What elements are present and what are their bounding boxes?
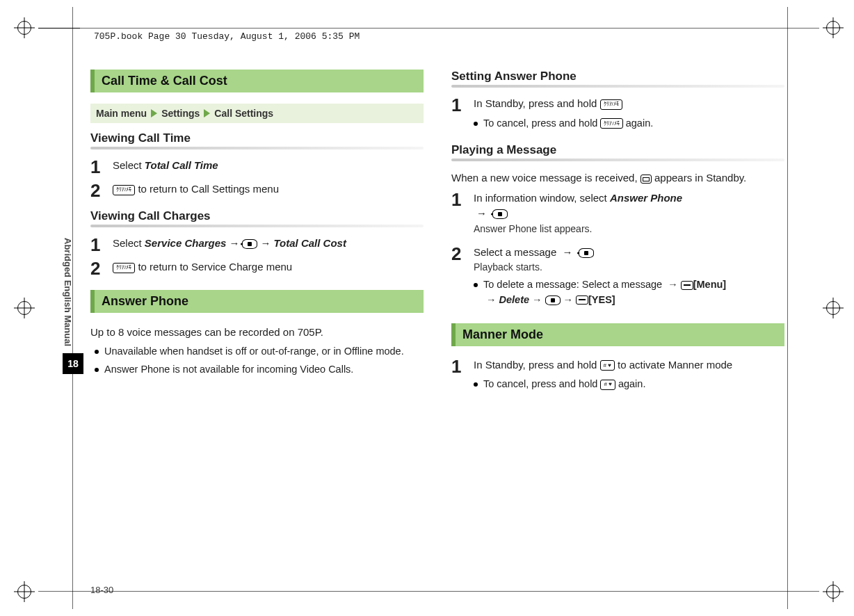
step-number: 1 <box>451 96 467 114</box>
bullet-text: again. <box>623 117 654 129</box>
subhead-viewing-call-charges: Viewing Call Charges <box>90 209 424 223</box>
rule <box>90 225 424 227</box>
step-number: 2 <box>451 245 467 263</box>
rule <box>451 159 784 161</box>
arrow-icon: → <box>474 207 490 219</box>
step-number: 1 <box>90 158 106 176</box>
bc-main: Main menu <box>96 108 147 119</box>
bullet-dot-icon <box>95 350 99 354</box>
bullet: Unavailable when handset is off or out-o… <box>90 344 424 359</box>
step: 1 In Standby, press and hold # ♥ to acti… <box>451 357 784 395</box>
side-tab: Abridged English Manual 18 <box>63 238 82 374</box>
voicemail-icon <box>640 175 652 184</box>
center-key-icon <box>492 209 508 219</box>
clear-memo-key-icon: ｸﾘｱ/ﾒﾓ <box>600 99 622 110</box>
para-text: appears in Standby. <box>652 172 746 184</box>
bullet-text: Unavailable when handset is off or out-o… <box>104 344 404 359</box>
subhead-playing-message: Playing a Message <box>451 143 784 157</box>
arrow-icon: → <box>561 294 577 305</box>
bc-call-settings: Call Settings <box>214 108 273 119</box>
section-manner-mode: Manner Mode <box>451 323 784 346</box>
section-answer-phone: Answer Phone <box>90 290 424 313</box>
softkey-label: [YES] <box>588 294 615 305</box>
section-call-time-cost: Call Time & Call Cost <box>90 70 424 92</box>
clear-memo-key-icon: ｸﾘｱ/ﾒﾓ <box>113 185 135 195</box>
step: 1 Select Service Charges→→Total Call Cos… <box>90 236 424 254</box>
subhead-viewing-call-time: Viewing Call Time <box>90 131 424 145</box>
right-column: Setting Answer Phone 1 In Standby, press… <box>451 70 784 400</box>
step-subtext: Playback starts. <box>474 260 784 275</box>
step: 1 Select Total Call Time <box>90 158 424 176</box>
arrow-icon: → <box>529 294 545 305</box>
paragraph: When a new voice message is received, ap… <box>451 170 784 186</box>
menu-item: Delete <box>499 294 530 305</box>
arrow-icon: → <box>559 246 575 258</box>
arrow-icon: → <box>665 279 681 290</box>
bc-settings: Settings <box>161 108 200 119</box>
step-text: In Standby, press and hold <box>474 359 600 371</box>
step: 1 In Standby, press and hold ｸﾘｱ/ﾒﾓ To c… <box>451 96 784 133</box>
center-key-icon <box>242 239 257 249</box>
rule <box>90 147 424 149</box>
center-key-icon <box>545 295 561 305</box>
bullet-text: To cancel, press and hold <box>483 378 600 389</box>
chapter-number-box: 18 <box>63 353 83 374</box>
bullet-text: To delete a message: Select a message <box>483 279 665 290</box>
bullet-text: again. <box>615 378 646 389</box>
arrow-icon: → <box>257 237 273 249</box>
step-subtext: Answer Phone list appears. <box>474 222 784 236</box>
step-text: to return to Service Charge menu <box>135 261 292 273</box>
step-number: 2 <box>90 181 106 200</box>
menu-item: Total Call Time <box>145 159 218 171</box>
clear-memo-key-icon: ｸﾘｱ/ﾒﾓ <box>113 263 135 273</box>
para-text: When a new voice message is received, <box>451 172 640 184</box>
bullet: Answer Phone is not available for incomi… <box>90 362 424 378</box>
rule <box>451 85 784 88</box>
left-column: Call Time & Call Cost Main menu Settings… <box>90 70 424 400</box>
step-text: to return to Call Settings menu <box>135 183 279 195</box>
step: 1 In information window, select Answer P… <box>451 191 784 239</box>
step-text: In Standby, press and hold <box>474 97 600 109</box>
arrow-icon: → <box>226 237 242 249</box>
side-label: Abridged English Manual <box>63 238 73 346</box>
clear-memo-key-icon: ｸﾘｱ/ﾒﾓ <box>600 118 622 129</box>
bullet-dot-icon <box>474 122 478 126</box>
step-text: Select <box>113 159 145 171</box>
bullet-text: To cancel, press and hold <box>483 117 600 129</box>
step-text: In information window, select <box>474 192 610 204</box>
menu-item: Service Charges <box>145 237 227 249</box>
bullet-dot-icon <box>95 368 99 372</box>
step-number: 2 <box>90 259 106 277</box>
center-key-icon <box>579 248 594 258</box>
menu-item: Answer Phone <box>610 192 682 204</box>
bullet-dot-icon <box>474 283 478 287</box>
arrow-icon: → <box>483 294 499 305</box>
page-body: Abridged English Manual 18 Call Time & C… <box>90 70 784 574</box>
bc-arrow-icon <box>151 109 157 117</box>
softkey-label: [Menu] <box>693 279 727 290</box>
bullet-text: Answer Phone is not available for incomi… <box>104 362 353 378</box>
step: 2 ｸﾘｱ/ﾒﾓ to return to Call Settings menu <box>90 181 424 200</box>
page-number: 18-30 <box>90 585 113 595</box>
step: 2 Select a message → Playback starts. To… <box>451 245 784 311</box>
paragraph: Up to 8 voice messages can be recorded o… <box>90 324 424 340</box>
step-text: Select a message <box>474 246 559 258</box>
softkey-icon <box>681 281 693 290</box>
pdf-header: 705P.book Page 30 Tuesday, August 1, 200… <box>94 31 360 42</box>
step-number: 1 <box>451 191 467 209</box>
hash-key-icon: # ♥ <box>600 360 615 371</box>
step-number: 1 <box>451 357 467 375</box>
hash-key-icon: # ♥ <box>600 380 615 390</box>
step-text: Select <box>113 237 145 249</box>
step: 2 ｸﾘｱ/ﾒﾓ to return to Service Charge men… <box>90 259 424 277</box>
step-number: 1 <box>90 236 106 254</box>
bullet-dot-icon <box>474 382 478 387</box>
step-text: to activate Manner mode <box>615 359 732 371</box>
breadcrumb: Main menu Settings Call Settings <box>90 104 424 123</box>
softkey-icon <box>576 295 588 305</box>
bc-arrow-icon <box>204 109 210 117</box>
subhead-setting-answer-phone: Setting Answer Phone <box>451 70 784 83</box>
menu-item: Total Call Cost <box>273 237 346 249</box>
